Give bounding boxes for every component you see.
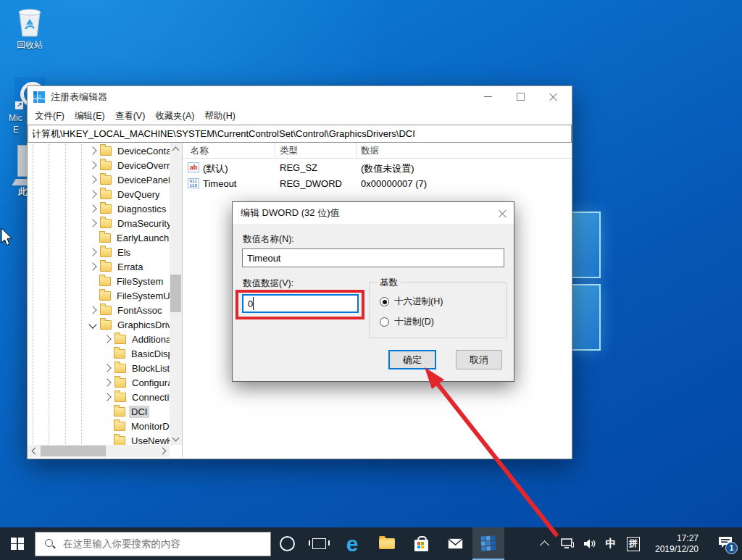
chevron-right-icon[interactable] xyxy=(88,146,96,154)
cancel-button[interactable]: 取消 xyxy=(456,350,502,369)
menu-file[interactable]: 文件(F) xyxy=(35,110,64,122)
tree-item-DevQuery[interactable]: DevQuery xyxy=(28,187,183,201)
value-name-input[interactable] xyxy=(242,248,504,267)
registry-value-row[interactable]: ab(默认)REG_SZ(数值未设置) xyxy=(183,160,572,176)
taskbar: e xyxy=(0,527,742,560)
dialog-close-button[interactable] xyxy=(483,202,514,224)
dec-radio-button[interactable] xyxy=(380,317,389,327)
chevron-right-icon[interactable] xyxy=(103,335,111,343)
horizontal-scroll-thumb[interactable] xyxy=(41,446,106,456)
scroll-down-icon[interactable] xyxy=(170,432,182,445)
tree-item-DCI[interactable]: DCI xyxy=(28,404,183,419)
column-divider[interactable] xyxy=(356,143,357,158)
network-button[interactable] xyxy=(556,527,578,560)
tray-expand-button[interactable] xyxy=(532,527,556,560)
tree-item-DevicePanels[interactable]: DevicePanels xyxy=(28,172,183,187)
chevron-right-icon[interactable] xyxy=(88,190,96,198)
tree-item-FileSystemUti[interactable]: FileSystemUti xyxy=(28,288,183,303)
chevron-right-icon[interactable] xyxy=(88,248,96,256)
registry-value-row[interactable]: 011110TimeoutREG_DWORD0x00000007 (7) xyxy=(183,176,572,192)
tree-item-DeviceContai[interactable]: DeviceContai xyxy=(28,143,183,158)
tree-item-DmaSecurity[interactable]: DmaSecurity xyxy=(28,216,183,230)
address-input[interactable] xyxy=(28,125,572,143)
minimize-icon xyxy=(484,96,492,97)
chevron-right-icon[interactable] xyxy=(88,161,96,169)
folder-icon xyxy=(99,233,111,243)
chevron-right-icon[interactable] xyxy=(88,219,96,227)
tree-horizontal-scrollbar[interactable] xyxy=(28,445,170,457)
column-name[interactable]: 名称 xyxy=(191,145,209,157)
menu-edit[interactable]: 编辑(E) xyxy=(75,110,105,122)
chevron-right-icon[interactable] xyxy=(88,306,96,314)
tree-item-Diagnostics[interactable]: Diagnostics xyxy=(28,201,183,216)
dialog-titlebar[interactable]: 编辑 DWORD (32 位)值 xyxy=(233,202,514,224)
file-explorer-button[interactable] xyxy=(370,527,404,560)
chevron-right-icon[interactable] xyxy=(103,393,111,401)
store-button[interactable] xyxy=(404,527,438,560)
tree-item-label: Errata xyxy=(115,261,145,273)
hex-radio-button[interactable] xyxy=(380,297,389,306)
scroll-right-icon[interactable] xyxy=(157,445,170,457)
tree-item-label: FileSystem xyxy=(114,275,165,288)
chevron-right-icon[interactable] xyxy=(103,364,111,372)
dialog-title: 编辑 DWORD (32 位)值 xyxy=(241,206,340,220)
folder-icon xyxy=(100,146,112,156)
folder-icon xyxy=(99,277,111,286)
column-divider[interactable] xyxy=(275,143,275,158)
tree-item-BasicDispl[interactable]: BasicDispl xyxy=(28,346,183,361)
recycle-bin-icon[interactable]: 回收站 xyxy=(9,6,51,51)
tree-item-BlockList[interactable]: BlockList xyxy=(28,361,183,375)
value-data: (数值未设置) xyxy=(361,162,414,175)
tree-item-Configurat[interactable]: Configurat xyxy=(28,375,183,390)
chevron-right-icon[interactable] xyxy=(88,204,96,212)
action-center-button[interactable]: 1 xyxy=(709,527,742,560)
column-data[interactable]: 数据 xyxy=(361,145,379,157)
tree-item-label: DeviceContai xyxy=(115,145,175,157)
folder-icon xyxy=(100,190,112,199)
ime-mode-label: 拼 xyxy=(627,537,640,551)
tree-item-Connectivi[interactable]: Connectivi xyxy=(28,390,183,404)
taskbar-search-box[interactable] xyxy=(35,532,271,556)
tree-item-FontAssoc[interactable]: FontAssoc xyxy=(28,303,183,317)
ime-language-button[interactable]: 中 xyxy=(600,527,622,560)
tree-item-GraphicsDriv[interactable]: GraphicsDriv xyxy=(28,317,183,332)
tree-vertical-scrollbar[interactable] xyxy=(170,143,182,445)
chevron-down-icon[interactable] xyxy=(88,320,96,328)
tree-item-DeviceOverri[interactable]: DeviceOverri xyxy=(28,158,183,172)
tree-item-MonitorDa[interactable]: MonitorDa xyxy=(28,419,183,433)
window-titlebar[interactable]: 注册表编辑器 xyxy=(28,86,572,107)
value-name-label: 数值名称(N): xyxy=(243,233,294,246)
ok-button[interactable]: 确定 xyxy=(388,350,436,369)
tree-item-Errata[interactable]: Errata xyxy=(28,259,183,274)
tree-item-FileSystem[interactable]: FileSystem xyxy=(28,274,183,288)
volume-button[interactable] xyxy=(578,527,600,560)
chevron-right-icon[interactable] xyxy=(103,378,111,386)
menu-help[interactable]: 帮助(H) xyxy=(204,110,235,122)
ime-mode-button[interactable]: 拼 xyxy=(622,527,645,560)
clock-button[interactable]: 17:27 2019/12/20 xyxy=(645,527,709,560)
scroll-up-icon[interactable] xyxy=(170,143,182,155)
tree-item-Additional[interactable]: Additional xyxy=(28,332,183,346)
cortana-button[interactable] xyxy=(271,527,303,560)
search-input[interactable] xyxy=(62,538,270,550)
maximize-button[interactable] xyxy=(504,86,537,107)
chevron-right-icon[interactable] xyxy=(88,262,96,270)
menu-view[interactable]: 查看(V) xyxy=(115,110,146,122)
hex-radio-row[interactable]: 十六进制(H) xyxy=(380,296,443,308)
vertical-scroll-thumb[interactable] xyxy=(170,275,181,312)
mail-button[interactable] xyxy=(438,527,472,560)
tree-item-Els[interactable]: Els xyxy=(28,245,183,259)
scroll-left-icon[interactable] xyxy=(28,445,40,457)
minimize-button[interactable] xyxy=(472,86,504,107)
close-button[interactable] xyxy=(537,86,570,107)
task-view-button[interactable] xyxy=(303,527,335,560)
menu-favorites[interactable]: 收藏夹(A) xyxy=(155,110,194,122)
chevron-right-icon[interactable] xyxy=(88,175,96,183)
column-type[interactable]: 类型 xyxy=(280,145,298,157)
edge-taskbar-button[interactable]: e xyxy=(335,527,370,560)
regedit-taskbar-button[interactable] xyxy=(472,527,504,560)
tree-item-EarlyLaunch[interactable]: EarlyLaunch xyxy=(28,230,183,245)
start-button[interactable] xyxy=(0,527,35,560)
folder-icon xyxy=(100,262,112,272)
dec-radio-row[interactable]: 十进制(D) xyxy=(380,316,434,328)
